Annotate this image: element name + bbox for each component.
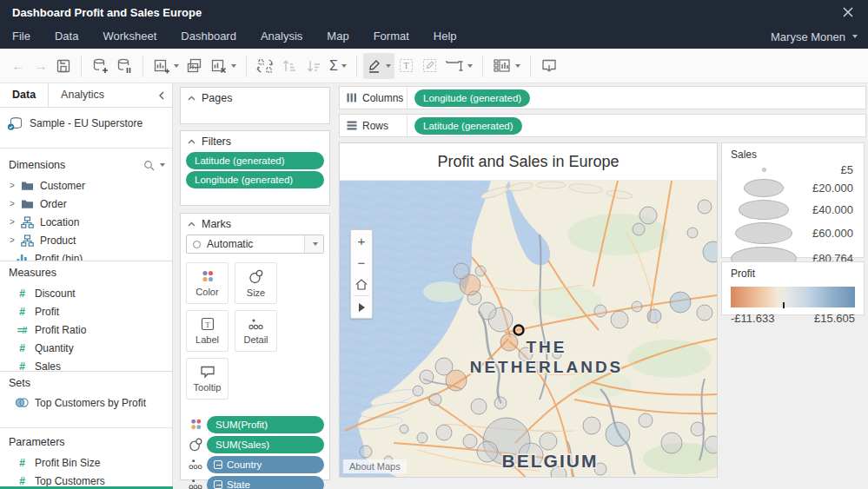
size-button[interactable]: Size xyxy=(235,262,277,304)
field-profit-ratio[interactable]: =# Profit Ratio xyxy=(0,320,172,339)
worksheet: Profit and Sales in Europe xyxy=(339,142,718,478)
menu-worksheet[interactable]: Worksheet xyxy=(90,24,169,49)
fit-width-icon[interactable] xyxy=(441,53,476,79)
sets-header: Sets xyxy=(0,371,172,393)
folder-icon xyxy=(21,198,34,209)
zoom-in-icon[interactable]: + xyxy=(351,230,372,252)
search-icon[interactable] xyxy=(143,160,155,171)
parameters-header: Parameters xyxy=(0,432,172,453)
field-quantity[interactable]: # Quantity xyxy=(0,339,172,357)
undo-icon[interactable]: ← xyxy=(7,53,30,79)
tooltip-button[interactable]: Tooltip xyxy=(186,358,229,400)
highlight-icon[interactable] xyxy=(363,53,394,79)
show-hide-cards-icon[interactable] xyxy=(489,53,524,79)
columns-shelf[interactable]: Columns Longitude (generated) xyxy=(339,86,866,109)
filter-pill-longitude[interactable]: Longitude (generated) xyxy=(186,171,324,188)
pill-longitude[interactable]: Longitude (generated) xyxy=(414,89,530,107)
save-icon[interactable] xyxy=(52,53,75,79)
collapse-pane-icon[interactable] xyxy=(151,83,172,107)
expand-icon[interactable]: > xyxy=(7,181,17,190)
collapse-card-icon[interactable] xyxy=(188,96,195,101)
sales-legend: Sales £5 £20.000 £40.000 £60.000 £80.764 xyxy=(721,142,865,258)
pill-sum-profit[interactable]: SUM(Profit) xyxy=(207,416,324,433)
field-top-customers-by-profit[interactable]: Top Customers by Profit xyxy=(0,393,172,412)
zoom-home-icon[interactable] xyxy=(351,274,372,295)
new-worksheet-icon[interactable] xyxy=(149,53,182,79)
sort-ascending-icon[interactable] xyxy=(277,53,301,79)
redo-icon[interactable]: → xyxy=(30,53,52,79)
view-options-icon[interactable] xyxy=(160,163,165,167)
tab-data[interactable]: Data xyxy=(0,83,49,107)
map-canvas[interactable]: THE NETHERLANDS BELGIUM + − About Maps xyxy=(340,180,717,477)
swap-axes-icon[interactable] xyxy=(253,53,277,79)
color-button[interactable]: Color xyxy=(186,262,229,304)
pill-country[interactable]: Country xyxy=(207,456,324,473)
sort-descending-icon[interactable] xyxy=(301,53,326,79)
about-maps-link[interactable]: About Maps xyxy=(343,459,407,473)
collapse-card-icon[interactable] xyxy=(188,139,195,144)
map-tools-expand-icon[interactable] xyxy=(351,296,372,318)
totals-icon[interactable]: Σ xyxy=(326,53,350,79)
field-label: Customer xyxy=(40,180,85,192)
mark-type-dropdown[interactable]: Automatic xyxy=(186,235,324,254)
menu-analysis[interactable]: Analysis xyxy=(248,24,315,49)
field-profit[interactable]: # Profit xyxy=(0,302,172,320)
duplicate-sheet-icon[interactable] xyxy=(182,53,207,79)
chevron-down-icon xyxy=(852,35,858,38)
profit-legend-title: Profit xyxy=(722,262,864,281)
divider xyxy=(0,148,172,149)
map-label-the: THE xyxy=(527,338,567,356)
detail-button[interactable]: Detail xyxy=(235,310,277,352)
field-discount[interactable]: # Discount xyxy=(0,284,172,302)
field-order[interactable]: > Order xyxy=(0,195,172,213)
collapse-member-icon[interactable] xyxy=(214,460,222,469)
sales-legend-title: Sales xyxy=(722,143,864,162)
pages-card-title: Pages xyxy=(202,92,232,104)
clear-sheet-icon[interactable] xyxy=(207,53,240,79)
expand-icon[interactable]: > xyxy=(7,217,17,227)
expand-icon[interactable]: > xyxy=(7,199,17,208)
format-icon[interactable] xyxy=(418,53,441,79)
pause-updates-icon[interactable] xyxy=(112,53,136,79)
filters-card-title: Filters xyxy=(202,135,231,148)
chevron-down-icon xyxy=(386,64,391,68)
chevron-down-icon xyxy=(341,64,347,68)
datasource-item[interactable]: Sample - EU Superstore xyxy=(0,113,172,134)
pill-latitude[interactable]: Latitude (generated) xyxy=(414,117,522,135)
hierarchy-icon xyxy=(21,216,34,228)
new-datasource-icon[interactable] xyxy=(88,53,112,79)
pill-sum-sales[interactable]: SUM(Sales) xyxy=(207,436,324,453)
collapse-member-icon[interactable] xyxy=(214,480,222,489)
selected-mark[interactable] xyxy=(514,326,524,335)
field-profit-bin-size[interactable]: # Profit Bin Size xyxy=(0,453,172,472)
toolbar-separator xyxy=(246,55,247,77)
datasource-name: Sample - EU Superstore xyxy=(30,117,142,129)
field-customer[interactable]: > Customer xyxy=(0,176,172,195)
zoom-out-icon[interactable]: − xyxy=(351,252,372,274)
menu-help[interactable]: Help xyxy=(421,24,469,49)
menu-dashboard[interactable]: Dashboard xyxy=(169,24,248,49)
number-icon: # xyxy=(14,475,30,487)
label-button[interactable]: T Label xyxy=(186,310,229,352)
pill-state[interactable]: State xyxy=(207,476,324,489)
text-label-icon[interactable]: T xyxy=(394,53,418,79)
collapse-card-icon[interactable] xyxy=(188,221,195,227)
expand-icon[interactable]: > xyxy=(7,235,17,245)
detail-icon xyxy=(189,459,202,471)
chevron-down-icon xyxy=(467,64,473,68)
close-icon[interactable] xyxy=(840,4,856,20)
rows-shelf[interactable]: Rows Latitude (generated) xyxy=(339,114,866,137)
tab-analytics[interactable]: Analytics xyxy=(49,83,151,107)
columns-shelf-label: Columns xyxy=(340,87,407,109)
menu-map[interactable]: Map xyxy=(315,24,361,49)
menu-file[interactable]: File xyxy=(0,24,43,49)
field-product[interactable]: > Product xyxy=(0,231,172,249)
field-location[interactable]: > Location xyxy=(0,213,172,231)
filter-pill-latitude[interactable]: Latitude (generated) xyxy=(186,152,324,169)
menu-data[interactable]: Data xyxy=(43,24,90,49)
zero-tick xyxy=(783,302,785,308)
size-icon xyxy=(248,269,264,284)
user-menu[interactable]: Maryse Monen xyxy=(771,24,858,49)
menu-format[interactable]: Format xyxy=(361,24,421,49)
presentation-mode-icon[interactable] xyxy=(537,53,561,79)
